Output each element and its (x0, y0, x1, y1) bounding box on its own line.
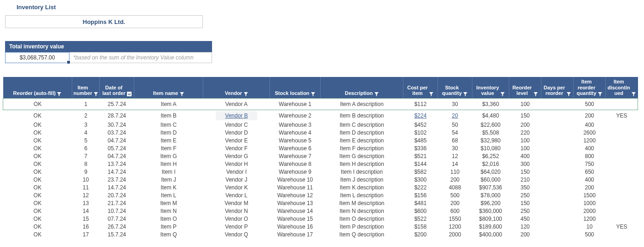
cell-desc: Item F description (321, 145, 403, 153)
col-header-reorder[interactable]: Reorder (auto-fill) (3, 77, 72, 98)
cell-disc (606, 98, 638, 110)
col-header-stockloc[interactable]: Stock location (270, 77, 321, 98)
cell-stockloc: Warehouse 10 (270, 176, 321, 184)
svg-rect-0 (127, 92, 132, 96)
cell-name: Item B (134, 110, 203, 121)
cell-disc (606, 153, 638, 160)
cell-cost: $336 (403, 145, 438, 153)
cell-disc (606, 129, 638, 137)
filter-icon[interactable] (566, 92, 571, 96)
col-header-disc[interactable]: Itemdiscontinued (606, 77, 638, 98)
filter-icon[interactable] (374, 92, 379, 96)
cell-cost: $200 (403, 231, 438, 239)
cell-date: 03.7.24 (100, 129, 134, 137)
cell-vendor: Vendor C (203, 121, 270, 129)
cell-itemno: 15 (72, 215, 100, 223)
cell-name: Item J (134, 176, 203, 184)
linked-value[interactable]: $224 (414, 112, 427, 119)
col-header-label: Cost peritem (407, 85, 428, 96)
col-header-label: Days perreorder (544, 85, 565, 96)
cell-reordqty: 800 (574, 153, 606, 160)
cell-name: Item Q (134, 231, 203, 239)
cell-stockqty: 68 (438, 137, 472, 145)
filter-icon[interactable] (500, 92, 505, 96)
cell-stockloc: Warehouse 16 (270, 223, 321, 231)
cell-invval: $10,080 (472, 145, 509, 153)
col-header-stockqty[interactable]: Stockquantity (438, 77, 472, 98)
cell-invval: $3,360 (472, 98, 509, 110)
vendor-link[interactable]: Vendor B (216, 111, 257, 120)
filter-icon[interactable] (429, 92, 434, 96)
cell-reordlvl: 200 (509, 231, 541, 239)
total-inventory-value-cell[interactable]: $3,068,757.00 (5, 52, 69, 63)
cell-reordlvl: 100 (509, 137, 541, 145)
col-header-reordlvl[interactable]: Reorderlevel (509, 77, 541, 98)
cell-stockqty: 110 (438, 168, 472, 176)
total-inventory-value: $3,068,757.00 (20, 54, 55, 61)
table-row: OK1626.7.24Item PVendor PWarehouse 16Ite… (3, 223, 638, 231)
table-row: OK504.7.24Item EVendor EWarehouse 5Item … (3, 137, 638, 145)
filter-icon[interactable] (533, 92, 538, 96)
cell-days (541, 231, 574, 239)
cell-desc: Item M description (321, 200, 403, 207)
cell-reordqty: 500 (574, 98, 606, 110)
linked-value[interactable]: 20 (452, 112, 458, 119)
cell-name: Item P (134, 223, 203, 231)
col-header-vendor[interactable]: Vendor (203, 77, 270, 98)
col-header-name[interactable]: Item name (134, 77, 203, 98)
cell-desc: Item J description (321, 176, 403, 184)
filter-icon[interactable] (598, 92, 602, 96)
cell-itemno: 5 (72, 137, 100, 145)
filter-icon[interactable] (57, 92, 62, 96)
cell-vendor: Vendor N (203, 207, 270, 215)
cell-cost: $452 (403, 121, 438, 129)
filter-icon[interactable] (93, 92, 98, 96)
cell-itemno: 17 (72, 231, 100, 239)
cell-days (541, 176, 574, 184)
cell-desc: Item I description (321, 168, 403, 176)
cell-vendor: Vendor Q (203, 231, 270, 239)
col-header-itemno[interactable]: Itemnumber (72, 77, 100, 98)
cell-itemno: 8 (72, 160, 100, 168)
col-header-invval[interactable]: Inventoryvalue (472, 77, 509, 98)
filter-icon[interactable] (632, 92, 636, 96)
cell-days (541, 215, 574, 223)
cell-name: Item F (134, 145, 203, 153)
col-header-cost[interactable]: Cost peritem (403, 77, 438, 98)
cell-stockloc: Warehouse 2 (270, 110, 321, 121)
page-title: Inventory List (17, 4, 641, 11)
col-header-desc[interactable]: Description (321, 77, 403, 98)
col-header-label: Itemnumber (74, 85, 92, 96)
cell-stockqty: 200 (438, 176, 472, 184)
cell-cost: $582 (403, 168, 438, 176)
col-header-date[interactable]: Date oflast order (100, 77, 134, 98)
total-inventory-note: *based on the sum of the Inventory Value… (69, 52, 212, 63)
cell-reordlvl: 250 (509, 192, 541, 200)
table-row: OK228.7.24Item BVendor BWarehouse 2Item … (3, 110, 638, 121)
cell-desc: Item A description (321, 98, 403, 110)
table-row: OK330.7.24Item CVendor CWarehouse 3Item … (3, 121, 638, 129)
filter-icon[interactable] (311, 92, 316, 96)
cell-date: 30.7.24 (100, 121, 134, 129)
filter-icon[interactable] (463, 92, 468, 96)
cell-date: 28.7.24 (100, 110, 134, 121)
cell-cost: $300 (403, 176, 438, 184)
cell-invval: $64,020 (472, 168, 509, 176)
cell-stockqty: 500 (438, 192, 472, 200)
filter-icon[interactable] (243, 92, 248, 96)
filter-icon[interactable] (179, 92, 184, 96)
filter-icon[interactable] (127, 92, 132, 96)
cell-disc: YES (606, 223, 638, 231)
cell-invval: $22,600 (472, 121, 509, 129)
cell-stockqty: 200 (438, 200, 472, 207)
col-header-days[interactable]: Days perreorder (541, 77, 574, 98)
cell-cost: $522 (403, 215, 438, 223)
cell-reordqty: 1000 (574, 200, 606, 207)
col-header-reordqty[interactable]: Itemreorderquantity (574, 77, 606, 98)
cell-reorder: OK (3, 145, 72, 153)
cell-invval: $400,000 (472, 231, 509, 239)
cell-reordqty: 400 (574, 176, 606, 184)
cell-reorder: OK (3, 200, 72, 207)
cell-reorder: OK (3, 110, 72, 121)
cell-disc: YES (606, 110, 638, 121)
